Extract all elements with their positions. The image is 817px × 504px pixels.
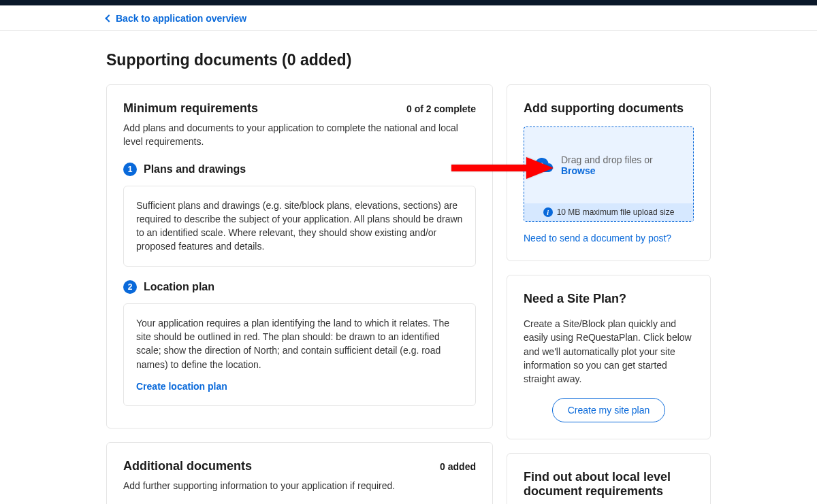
cloud-upload-icon [531,157,553,173]
upload-card: Add supporting documents Drag and drop f… [507,84,711,261]
back-link-label: Back to application overview [116,13,246,24]
back-link[interactable]: Back to application overview [106,13,246,24]
findout-card: Find out about local level document requ… [507,453,711,504]
dropzone-text: Drag and drop files or Browse [561,154,686,176]
requirement-box-1: Sufficient plans and drawings (e.g. site… [123,186,476,267]
minimum-requirements-card: Minimum requirements 0 of 2 complete Add… [106,84,493,429]
requirement-title: Location plan [144,281,214,293]
max-size-text: 10 MB maximum file upload size [557,207,675,217]
additional-desc: Add further supporting information to yo… [123,479,476,492]
requirement-heading-2: 2 Location plan [123,280,476,294]
create-location-plan-link[interactable]: Create location plan [136,380,227,393]
create-site-plan-button[interactable]: Create my site plan [552,398,666,422]
sidebar-column: Add supporting documents Drag and drop f… [507,84,711,504]
findout-title: Find out about local level document requ… [524,470,694,499]
requirement-body: Your application requires a plan identif… [136,318,449,370]
additional-documents-card: Additional documents 0 added Add further… [106,442,493,504]
page-title: Supporting documents (0 added) [106,51,711,69]
dropzone-footer: i 10 MB maximum file upload size [524,203,693,221]
info-icon: i [543,207,553,217]
file-dropzone[interactable]: Drag and drop files or Browse i 10 MB ma… [524,127,694,222]
siteplan-title: Need a Site Plan? [524,292,694,306]
send-by-post-link[interactable]: Need to send a document by post? [524,233,671,243]
requirement-number-icon: 1 [123,163,137,176]
requirement-title: Plans and drawings [144,163,246,175]
minimum-title: Minimum requirements [123,101,258,116]
siteplan-desc: Create a Site/Block plan quickly and eas… [524,317,694,386]
requirement-heading-1: 1 Plans and drawings [123,163,476,176]
siteplan-card: Need a Site Plan? Create a Site/Block pl… [507,275,711,439]
browse-link[interactable]: Browse [561,165,596,176]
main-column: Minimum requirements 0 of 2 complete Add… [106,84,493,504]
additional-status: 0 added [440,461,476,472]
breadcrumb-bar: Back to application overview [0,5,817,31]
minimum-status: 0 of 2 complete [406,103,476,114]
minimum-desc: Add plans and documents to your applicat… [123,121,476,149]
requirement-body: Sufficient plans and drawings (e.g. site… [136,200,462,252]
upload-title: Add supporting documents [524,101,694,116]
top-banner [0,0,817,5]
chevron-left-icon [105,14,112,22]
additional-title: Additional documents [123,459,252,473]
requirement-box-2: Your application requires a plan identif… [123,303,476,406]
requirement-number-icon: 2 [123,280,137,294]
